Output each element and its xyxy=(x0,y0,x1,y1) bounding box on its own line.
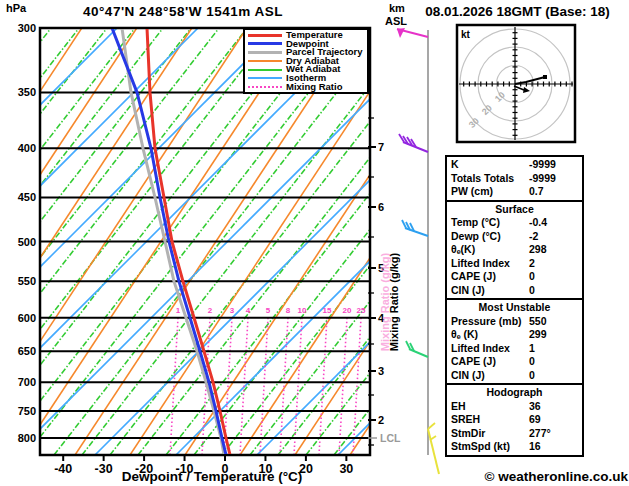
panel-row: Temp (°C)-0.4 xyxy=(447,216,582,230)
panel-section-header: Surface xyxy=(447,203,582,217)
indices-panel: K-9999Totals Totals-9999PW (cm)0.7Surfac… xyxy=(445,155,584,457)
panel-row-label: CIN (J) xyxy=(451,284,485,296)
panel-row-value: 299 xyxy=(529,328,547,342)
panel-row-value: 0 xyxy=(529,270,535,284)
pressure-tick-label: 350 xyxy=(18,86,36,98)
panel-section-header: Hodograph xyxy=(447,386,582,400)
km-tick-label: 3 xyxy=(378,365,384,377)
wind-barb xyxy=(428,423,439,474)
pressure-tick-label: 550 xyxy=(18,275,36,287)
mixing-ratio-label: 15 xyxy=(323,306,332,315)
panel-row: CIN (J)0 xyxy=(447,369,582,383)
mixing-ratio-label: 8 xyxy=(286,306,291,315)
legend-line-sample xyxy=(248,51,282,54)
panel-row-value: -0.4 xyxy=(529,216,547,230)
panel-row: StmSpd (kt)16 xyxy=(447,440,582,454)
panel-row-label: CAPE (J) xyxy=(451,270,496,282)
panel-row-label: CAPE (J) xyxy=(451,355,496,367)
panel-row: θₑ (K)299 xyxy=(447,328,582,342)
panel-row-label: PW (cm) xyxy=(451,185,493,197)
mixing-ratio-label: 4 xyxy=(246,306,251,315)
panel-row: K-9999 xyxy=(447,158,582,172)
panel-row: CIN (J)0 xyxy=(447,284,582,298)
panel-row-value: 2 xyxy=(529,257,535,271)
panel-row: Totals Totals-9999 xyxy=(447,172,582,186)
pressure-tick-label: 450 xyxy=(18,191,36,203)
panel-row-value: -9999 xyxy=(529,158,556,172)
panel-row-label: Dewp (°C) xyxy=(451,230,501,242)
panel-row-value: 69 xyxy=(529,413,541,427)
legend-line-sample xyxy=(248,60,282,62)
panel-section-header: Most Unstable xyxy=(447,301,582,315)
legend-line-sample xyxy=(248,69,282,71)
pressure-tick-label: 800 xyxy=(18,432,36,444)
panel-row-value: 0.7 xyxy=(529,185,544,199)
panel-row: Dewp (°C)-2 xyxy=(447,230,582,244)
mixing-ratio-label: 5 xyxy=(266,306,271,315)
panel-section: SurfaceTemp (°C)-0.4Dewp (°C)-2θₑ(K)298L… xyxy=(447,200,582,299)
pressure-tick-label: 300 xyxy=(18,22,36,34)
pressure-tick-label: 700 xyxy=(18,376,36,388)
pressure-tick-label: 600 xyxy=(18,312,36,324)
panel-row-value: -9999 xyxy=(529,172,556,186)
panel-row: StmDir277° xyxy=(447,427,582,441)
panel-row-label: Pressure (mb) xyxy=(451,315,522,327)
legend-line-sample xyxy=(248,34,282,37)
panel-row: CAPE (J)0 xyxy=(447,270,582,284)
panel-row: EH36 xyxy=(447,400,582,414)
panel-row-value: -2 xyxy=(529,230,538,244)
pressure-tick-label: 500 xyxy=(18,236,36,248)
panel-row-label: K xyxy=(451,158,459,170)
panel-row-value: 298 xyxy=(529,243,547,257)
panel-row: θₑ(K)298 xyxy=(447,243,582,257)
legend-row: Mixing Ratio xyxy=(248,83,367,92)
panel-row: Lifted Index1 xyxy=(447,342,582,356)
skewt-app: hPa 40°47'N 248°58'W 1541m ASL km ASL 08… xyxy=(0,0,629,486)
pressure-axis-labels: 300350400450500550600650700750800 xyxy=(18,22,36,444)
panel-section: HodographEH36SREH69StmDir277°StmSpd (kt)… xyxy=(447,383,582,455)
panel-row-label: Lifted Index xyxy=(451,342,510,354)
km-tick-label: 6 xyxy=(378,201,384,213)
panel-row-label: Totals Totals xyxy=(451,172,514,184)
panel-row-value: 36 xyxy=(529,400,541,414)
km-tick-label: 7 xyxy=(378,141,384,153)
legend-line-sample xyxy=(248,77,282,79)
legend-line-sample xyxy=(248,86,282,88)
panel-row-value: 550 xyxy=(529,315,547,329)
panel-row-value: 0 xyxy=(529,284,535,298)
panel-row-label: θₑ(K) xyxy=(451,243,475,255)
legend-label: Mixing Ratio xyxy=(286,83,342,92)
mixing-ratio-label: 20 xyxy=(343,306,352,315)
panel-row-label: θₑ (K) xyxy=(451,328,478,340)
wind-barb xyxy=(399,134,428,152)
pressure-tick-label: 400 xyxy=(18,142,36,154)
panel-section: K-9999Totals Totals-9999PW (cm)0.7 xyxy=(447,157,582,200)
wind-barb xyxy=(406,341,428,357)
pressure-tick-label: 750 xyxy=(18,405,36,417)
panel-row: CAPE (J)0 xyxy=(447,355,582,369)
wind-barb xyxy=(397,28,428,38)
panel-row-label: StmDir xyxy=(451,427,485,439)
mixing-ratio-label: 25 xyxy=(357,306,366,315)
panel-row-value: 277° xyxy=(529,427,551,441)
chart-legend: TemperatureDewpointParcel TrajectoryDry … xyxy=(243,28,369,94)
pressure-tick-label: 650 xyxy=(18,345,36,357)
panel-row: SREH69 xyxy=(447,413,582,427)
panel-row-label: StmSpd (kt) xyxy=(451,440,510,452)
mixing-ratio-label: 10 xyxy=(298,306,307,315)
x-axis-label: Dewpoint / Temperature (°C) xyxy=(2,469,422,484)
mixing-ratio-label: 3 xyxy=(230,306,235,315)
wind-barb xyxy=(402,220,428,236)
panel-row-value: 16 xyxy=(529,440,541,454)
hodograph-unit-label: kt xyxy=(461,29,471,40)
hodograph: 102030kt xyxy=(457,25,575,142)
copyright: © weatheronline.co.uk xyxy=(485,469,628,484)
panel-row-value: 1 xyxy=(529,342,535,356)
panel-row-label: SREH xyxy=(451,413,480,425)
mixing-ratio-label: 2 xyxy=(208,306,213,315)
mixing-ratio-axis-label: Mixing Ratio (g/kg) xyxy=(388,253,400,351)
panel-row: Lifted Index2 xyxy=(447,257,582,271)
panel-row-label: EH xyxy=(451,400,466,412)
lcl-label: LCL xyxy=(380,432,400,444)
panel-section: Most UnstablePressure (mb)550θₑ (K)299Li… xyxy=(447,298,582,383)
